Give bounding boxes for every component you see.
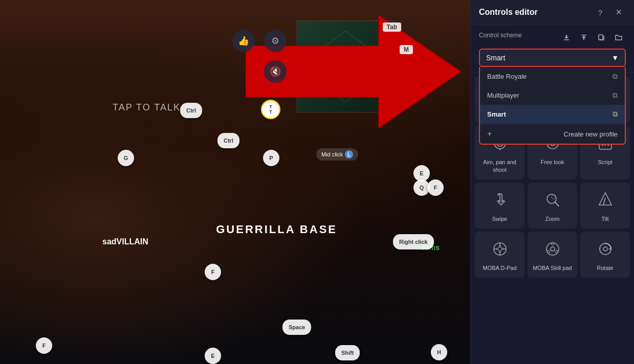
moba-skill-label: MOBA Skill pad [533, 264, 572, 271]
scheme-folder-btn[interactable] [611, 30, 626, 44]
battle-royale-label: Battle Royale [487, 73, 527, 80]
scheme-selected-value: Smart [486, 54, 505, 62]
scheme-download-btn[interactable] [559, 30, 574, 44]
controls-panel: Controls editor ? ✕ Control scheme [470, 0, 634, 364]
f-key-mid[interactable]: F [205, 264, 221, 280]
create-new-profile-item[interactable]: + Create new profile [480, 124, 625, 144]
panel-help-button[interactable]: ? [593, 5, 607, 19]
svg-point-37 [555, 251, 558, 253]
svg-point-34 [546, 243, 559, 255]
thumbs-up-icon[interactable]: 👍 [232, 30, 255, 52]
settings-icon[interactable]: ⚙ [264, 30, 287, 52]
chat-text: Mid click [321, 151, 343, 157]
zoom-icon [541, 189, 564, 211]
tilt-icon [594, 189, 617, 211]
scheme-upload-btn[interactable] [577, 30, 591, 44]
tap-to-talk-label: TAP TO TALK [113, 102, 181, 113]
ctrl-key-2[interactable]: Ctrl [217, 133, 239, 148]
m-key-badge[interactable]: M [400, 45, 413, 54]
create-new-label: Create new profile [564, 130, 618, 138]
copy-smart-icon[interactable]: ⧉ [613, 110, 618, 119]
svg-point-40 [603, 247, 607, 251]
svg-rect-4 [581, 35, 586, 36]
scheme-label: Control scheme [479, 32, 522, 39]
svg-point-33 [498, 247, 502, 251]
panel-title: Controls editor [479, 8, 538, 17]
scheme-option-smart[interactable]: Smart ⧉ [480, 105, 625, 124]
svg-line-31 [603, 198, 605, 205]
rotate-icon [594, 238, 617, 260]
control-moba-skill[interactable]: MOBA Skill pad [528, 232, 577, 278]
moba-dpad-label: MOBA D-Pad [483, 264, 516, 271]
chevron-down-icon: ▼ [611, 54, 619, 62]
control-swipe[interactable]: Swipe [475, 183, 524, 229]
multiplayer-label: Multiplayer [487, 92, 519, 99]
control-zoom[interactable]: Zoom [528, 183, 577, 229]
scheme-option-battle-royale[interactable]: Battle Royale ⧉ [480, 67, 625, 86]
control-tilt[interactable]: Tilt [580, 183, 630, 229]
swipe-icon [489, 189, 511, 211]
scheme-dropdown-trigger[interactable]: Smart ▼ [479, 49, 626, 67]
control-moba-dpad[interactable]: MOBA D-Pad [475, 232, 524, 278]
svg-rect-3 [564, 39, 569, 40]
scheme-dropdown-menu: Battle Royale ⧉ Multiplayer ⧉ Smart ⧉ + … [479, 67, 626, 145]
svg-point-28 [552, 195, 556, 199]
svg-point-35 [551, 247, 555, 251]
rotate-label: Rotate [597, 264, 613, 271]
tab-key-badge[interactable]: Tab [383, 22, 401, 32]
tilt-label: Tilt [601, 215, 608, 222]
location-label: GUERRILLA BASE [216, 223, 337, 236]
aim-pan-shoot-label: Aim, pan and shoot [479, 158, 520, 173]
zoom-label: Zoom [545, 215, 559, 222]
moba-dpad-icon [489, 238, 511, 260]
smart-label: Smart [487, 110, 506, 118]
f-key-right[interactable]: F [427, 179, 444, 196]
scheme-dropdown[interactable]: Smart ▼ Battle Royale ⧉ Multiplayer ⧉ Sm… [479, 49, 626, 67]
player-name: sadVILLAIN [102, 237, 148, 246]
panel-header-actions: ? ✕ [593, 5, 626, 19]
free-look-label: Free look [541, 158, 564, 166]
l-indicator: L [345, 150, 353, 158]
moba-skill-icon [541, 238, 564, 260]
svg-point-38 [547, 251, 550, 253]
space-key[interactable]: Space [282, 320, 311, 335]
game-viewport: TAP TO TALK GUERRILLA BASE 38ms sadVILLA… [0, 0, 470, 364]
speaker-icon[interactable]: 🔇 [264, 60, 287, 83]
control-scheme-section: Control scheme Smart ▼ [471, 25, 634, 73]
g-key[interactable]: G [118, 150, 134, 166]
control-rotate[interactable]: Rotate [580, 232, 630, 278]
mid-click-label[interactable]: Mid click L [316, 148, 358, 161]
script-label: Script [598, 158, 612, 166]
copy-battle-royale-icon[interactable]: ⧉ [613, 72, 618, 81]
ring-key[interactable]: TT [261, 100, 280, 119]
shift-key[interactable]: Shift [335, 345, 360, 360]
e-key-bottom[interactable]: E [205, 348, 221, 364]
panel-close-button[interactable]: ✕ [611, 5, 626, 19]
plus-icon: + [487, 129, 492, 139]
scheme-export-btn[interactable] [594, 30, 608, 44]
right-click-key[interactable]: Right click [393, 234, 434, 249]
scheme-option-multiplayer[interactable]: Multiplayer ⧉ [480, 86, 625, 105]
panel-header: Controls editor ? ✕ [471, 0, 634, 25]
h-key[interactable]: H [431, 344, 447, 360]
ctrl-key-1[interactable]: Ctrl [180, 103, 202, 118]
swipe-label: Swipe [492, 215, 508, 222]
p-key[interactable]: P [263, 150, 279, 166]
svg-rect-5 [599, 35, 603, 40]
f-key-left[interactable]: F [36, 337, 52, 354]
copy-multiplayer-icon[interactable]: ⧉ [613, 91, 618, 100]
svg-line-29 [555, 202, 559, 206]
